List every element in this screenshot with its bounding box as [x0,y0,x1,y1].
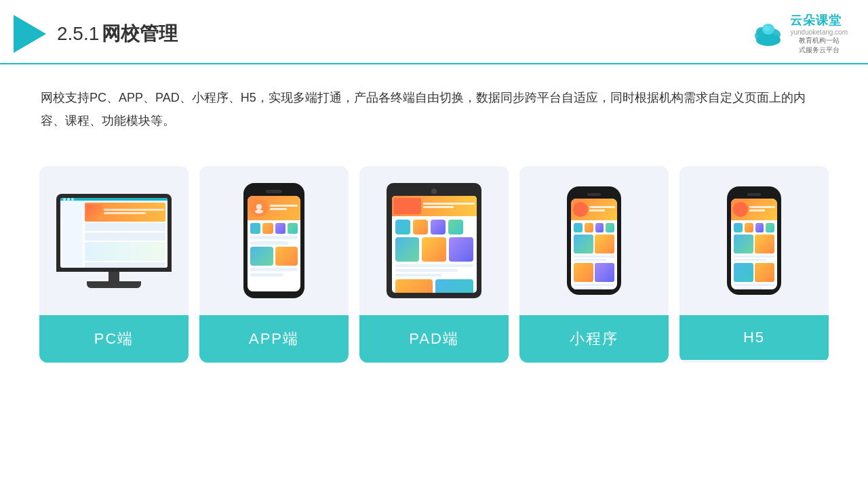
platform-cards: PC端 [0,152,868,376]
card-pc-image [39,166,189,315]
card-miniapp: 小程序 [519,166,669,363]
page-title: 2.5.1网校管理 [57,21,178,47]
card-pad-image [359,166,509,315]
card-pc: PC端 [39,166,189,363]
brand-logo: 云朵课堂 yunduoketang.com 教育机构一站 式服务云平台 [751,12,848,55]
page-title-main: 网校管理 [102,23,178,44]
header-left: 2.5.1网校管理 [14,15,178,53]
brand-url: yunduoketang.com [790,28,848,36]
pad-tablet-icon [387,183,481,298]
brand-name: 云朵课堂 [790,12,848,28]
description-text: 网校支持PC、APP、PAD、小程序、H5，实现多端打通，产品各终端自由切换，数… [0,64,868,146]
card-h5: H5 [679,166,829,363]
card-app-label: APP端 [199,315,349,363]
svg-point-5 [764,26,770,31]
svg-point-6 [256,204,262,209]
logo-triangle-icon [14,15,46,53]
miniapp-phone-icon [567,186,621,295]
page-title-prefix: 2.5.1 [57,23,99,44]
card-miniapp-image [519,166,669,315]
card-pc-label: PC端 [39,315,189,363]
pc-monitor-icon [56,194,172,288]
card-app-image [199,166,349,315]
h5-phone-icon [727,186,781,295]
card-app: APP端 [199,166,349,363]
brand-tagline: 教育机构一站 式服务云平台 [790,36,848,55]
card-h5-image [679,166,829,315]
cloud-icon [751,21,786,47]
svg-point-7 [255,209,263,214]
header: 2.5.1网校管理 云朵课堂 yunduoketang.com 教育机构一站 式… [0,0,868,64]
app-phone-icon [243,183,304,298]
card-pad: PAD端 [359,166,509,363]
card-h5-label: H5 [679,315,829,360]
card-pad-label: PAD端 [359,315,509,363]
brand-info: 云朵课堂 yunduoketang.com 教育机构一站 式服务云平台 [790,12,848,55]
card-miniapp-label: 小程序 [519,315,669,363]
